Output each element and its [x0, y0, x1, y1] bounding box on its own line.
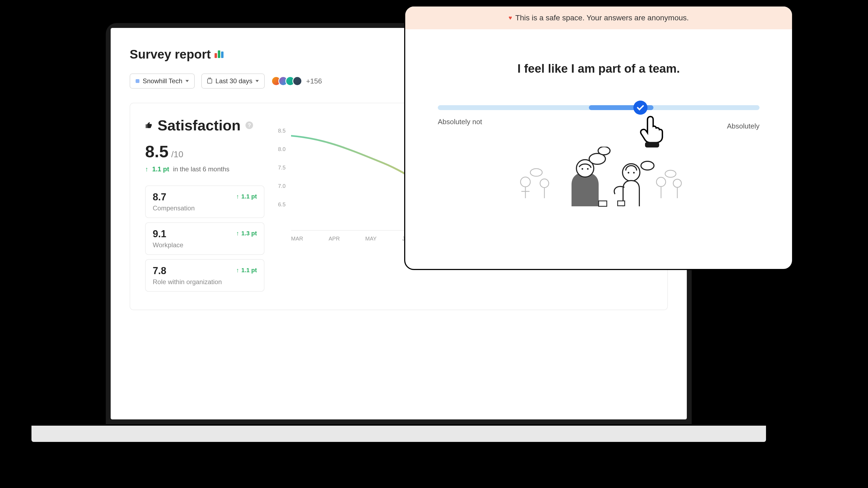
- metric-label: Role within organization: [153, 278, 222, 286]
- metric-workplace[interactable]: 9.1 Workplace ↑1.3 pt: [145, 222, 265, 255]
- survey-slider[interactable]: [438, 105, 760, 110]
- svg-point-16: [673, 179, 681, 187]
- svg-rect-14: [618, 201, 625, 206]
- chevron-down-icon: [255, 80, 259, 82]
- thumbs-up-icon: [145, 122, 153, 129]
- slider-thumb[interactable]: [633, 101, 648, 115]
- svg-rect-0: [645, 142, 659, 148]
- svg-point-6: [587, 168, 589, 170]
- svg-point-3: [530, 169, 542, 176]
- satisfaction-heading: Satisfaction: [158, 117, 241, 134]
- y-tick: 8.5: [278, 128, 286, 146]
- metric-compensation[interactable]: 8.7 Compensation ↑1.1 pt: [145, 186, 265, 218]
- safe-space-banner: ♥ This is a safe space. Your answers are…: [405, 6, 792, 29]
- satisfaction-score-max: /10: [171, 150, 183, 159]
- avatar: [292, 76, 302, 86]
- company-filter-label: Snowhill Tech: [143, 77, 182, 85]
- y-tick: 7.0: [278, 183, 286, 201]
- metric-value: 7.8: [153, 265, 222, 276]
- svg-point-15: [656, 177, 665, 187]
- banner-text: This is a safe space. Your answers are a…: [516, 13, 689, 22]
- svg-point-10: [622, 164, 640, 181]
- heart-icon: ♥: [508, 14, 512, 22]
- check-icon: [637, 103, 644, 110]
- help-icon[interactable]: ?: [246, 122, 253, 129]
- avatar-stack[interactable]: +156: [271, 76, 322, 86]
- metric-value: 9.1: [153, 228, 183, 240]
- x-tick: APR: [329, 236, 340, 242]
- pointing-hand-icon: [638, 116, 665, 148]
- svg-point-11: [628, 172, 629, 173]
- survey-popup: ♥ This is a safe space. Your answers are…: [404, 5, 793, 270]
- metric-label: Workplace: [153, 241, 183, 249]
- svg-point-1: [521, 177, 530, 187]
- satisfaction-left: Satisfaction ? 8.5 /10 ↑ 1.1 pt in the l…: [145, 117, 265, 296]
- slider-max-label: Absolutely: [727, 122, 760, 130]
- satisfaction-delta-period: in the last 6 months: [173, 165, 229, 173]
- bar-chart-icon: [215, 51, 223, 58]
- arrow-up-icon: ↑: [236, 193, 239, 200]
- metric-delta: 1.1 pt: [241, 193, 257, 200]
- metric-label: Compensation: [153, 204, 195, 212]
- svg-point-17: [665, 170, 676, 177]
- y-tick: 8.0: [278, 146, 286, 165]
- svg-point-13: [641, 161, 654, 170]
- laptop-base: [31, 426, 766, 442]
- period-filter[interactable]: Last 30 days: [201, 73, 265, 89]
- company-color-icon: [135, 79, 140, 83]
- satisfaction-score: 8.5: [145, 142, 168, 161]
- metric-delta: 1.1 pt: [241, 267, 257, 274]
- survey-question: I feel like I am part of a team.: [405, 62, 792, 75]
- svg-point-2: [540, 179, 549, 188]
- survey-slider-container: Absolutely not Absolutely: [405, 105, 792, 130]
- metric-delta: 1.3 pt: [241, 230, 257, 237]
- chart-y-axis: 8.5 8.0 7.5 7.0 6.5: [278, 128, 286, 220]
- y-tick: 7.5: [278, 165, 286, 183]
- arrow-up-icon: ↑: [145, 165, 148, 173]
- calendar-icon: [207, 78, 212, 84]
- team-illustration: [405, 147, 792, 212]
- period-filter-label: Last 30 days: [215, 77, 252, 85]
- arrow-up-icon: ↑: [236, 230, 239, 237]
- svg-point-5: [582, 168, 583, 170]
- metric-role[interactable]: 7.8 Role within organization ↑1.1 pt: [145, 259, 265, 292]
- arrow-up-icon: ↑: [236, 267, 239, 274]
- svg-point-12: [633, 172, 635, 173]
- slider-min-label: Absolutely not: [438, 118, 482, 130]
- x-tick: MAR: [291, 236, 303, 242]
- svg-point-8: [598, 147, 610, 155]
- chevron-down-icon: [186, 80, 189, 82]
- y-tick: 6.5: [278, 201, 286, 220]
- company-filter[interactable]: Snowhill Tech: [130, 73, 195, 89]
- page-title-text: Survey report: [130, 47, 211, 62]
- avatar-extra-count: +156: [306, 77, 322, 86]
- svg-rect-9: [599, 201, 607, 206]
- metric-value: 8.7: [153, 191, 195, 203]
- x-tick: MAY: [365, 236, 377, 242]
- satisfaction-delta: 1.1 pt: [152, 165, 169, 173]
